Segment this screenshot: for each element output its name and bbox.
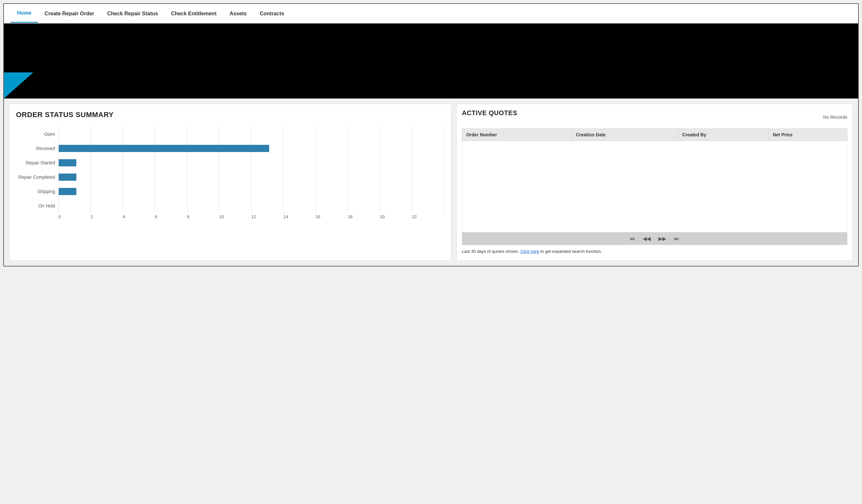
- nav-item-check-entitlement[interactable]: Check Entitlement: [165, 5, 223, 23]
- chart-row-repair-completed: Repair Completed: [58, 170, 444, 184]
- chart-label-5: On Hold: [16, 203, 55, 209]
- col-net-price: Net Price: [769, 129, 847, 141]
- chart-bar-2: [59, 159, 76, 167]
- chart-bar-4: [59, 188, 76, 195]
- chart-bar-3: [59, 174, 76, 181]
- banner: [4, 24, 858, 98]
- order-status-title: ORDER STATUS SUMMARY: [16, 110, 444, 119]
- chart-bar-area-0: [58, 127, 444, 141]
- chart-label-0: Open: [16, 131, 55, 137]
- chart-bar-area-3: [58, 170, 444, 184]
- chart-wrapper: OpenReceivedRepair StartedRepair Complet…: [16, 127, 444, 219]
- chart-area: OpenReceivedRepair StartedRepair Complet…: [16, 127, 444, 213]
- banner-triangle-decoration: [4, 72, 33, 98]
- nav-bar: Home Create Repair Order Check Repair St…: [4, 4, 858, 24]
- quotes-header: ACTIVE QUOTES No Records: [462, 109, 847, 124]
- order-status-panel: ORDER STATUS SUMMARY OpenReceivedRepair …: [9, 104, 451, 261]
- x-axis-label-0: 0: [58, 214, 91, 219]
- footer-text-prefix: Last 30 days of quotes shown.: [462, 249, 519, 254]
- nav-item-contracts[interactable]: Contracts: [253, 5, 291, 23]
- x-axis-label-7: 14: [284, 214, 316, 219]
- chart-row-repair-started: Repair Started: [58, 156, 444, 170]
- quotes-empty-body: [462, 141, 847, 232]
- chart-row-open: Open: [58, 127, 444, 141]
- chart-row-shipping: Shipping: [58, 184, 444, 199]
- quotes-table-head: Order Number Creation Date Created By Ne…: [462, 129, 847, 141]
- quotes-table-header-row: Order Number Creation Date Created By Ne…: [462, 129, 847, 141]
- col-creation-date: Creation Date: [572, 129, 678, 141]
- x-axis-label-8: 16: [315, 214, 348, 219]
- app-container: Home Create Repair Order Check Repair St…: [3, 3, 859, 266]
- quotes-table: Order Number Creation Date Created By Ne…: [462, 129, 847, 141]
- x-axis-label-9: 18: [348, 214, 380, 219]
- x-axis-label-4: 8: [187, 214, 219, 219]
- x-axis-label-6: 12: [251, 214, 284, 219]
- col-created-by: Created By: [678, 129, 769, 141]
- quotes-footer: Last 30 days of quotes shown. Click here…: [462, 248, 847, 255]
- pagination-bar: ⏮ ◀◀ ▶▶ ⏭: [462, 232, 847, 245]
- active-quotes-panel: ACTIVE QUOTES No Records Order Number Cr…: [456, 104, 853, 261]
- x-axis-label-1: 2: [91, 214, 123, 219]
- nav-item-home[interactable]: Home: [11, 4, 38, 23]
- footer-text-suffix: to get expanded search function.: [540, 249, 602, 254]
- chart-bar-area-1: [58, 141, 444, 156]
- chart-row-received: Received: [58, 141, 444, 156]
- no-records-label: No Records: [823, 115, 847, 120]
- content-area: ORDER STATUS SUMMARY OpenReceivedRepair …: [4, 98, 858, 266]
- pagination-next-button[interactable]: ▶▶: [656, 235, 668, 242]
- x-axis-label-5: 10: [219, 214, 251, 219]
- chart-label-1: Received: [16, 146, 55, 151]
- x-axis: 0246810121416182022: [16, 214, 444, 219]
- chart-label-3: Repair Completed: [16, 174, 55, 180]
- nav-item-check-repair-status[interactable]: Check Repair Status: [101, 5, 165, 23]
- chart-bar-area-5: [58, 199, 444, 213]
- pagination-last-button[interactable]: ⏭: [672, 235, 681, 242]
- chart-bar-area-4: [58, 184, 444, 199]
- active-quotes-title: ACTIVE QUOTES: [462, 109, 518, 117]
- pagination-first-button[interactable]: ⏮: [628, 235, 637, 242]
- chart-label-2: Repair Started: [16, 160, 55, 165]
- x-axis-label-3: 6: [155, 214, 187, 219]
- chart-label-4: Shipping: [16, 189, 55, 194]
- x-axis-label-2: 4: [123, 214, 155, 219]
- chart-bar-1: [59, 145, 269, 152]
- col-order-number: Order Number: [462, 129, 572, 141]
- x-axis-label-11: 22: [412, 214, 444, 219]
- chart-bar-area-2: [58, 156, 444, 170]
- nav-item-assets[interactable]: Assets: [223, 5, 253, 23]
- x-axis-label-10: 20: [380, 214, 412, 219]
- chart-row-on-hold: On Hold: [58, 199, 444, 213]
- nav-item-create-repair-order[interactable]: Create Repair Order: [38, 5, 101, 23]
- footer-click-here-link[interactable]: Click here: [520, 249, 539, 254]
- pagination-prev-button[interactable]: ◀◀: [641, 235, 653, 242]
